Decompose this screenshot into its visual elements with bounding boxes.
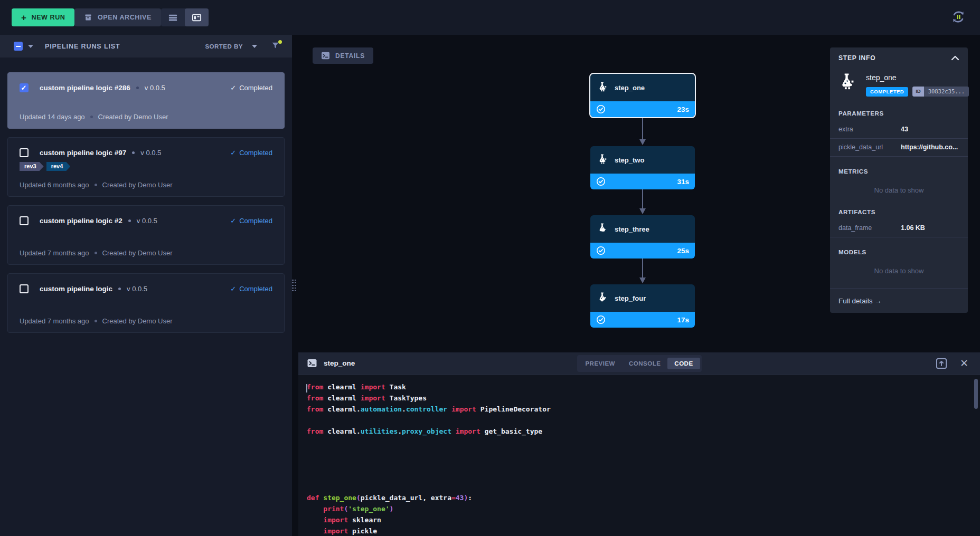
dag-node-step_three[interactable]: step_three25s [590,215,695,259]
close-icon[interactable]: ✕ [960,358,968,368]
node-duration: 23s [677,106,689,113]
tab-preview[interactable]: PREVIEW [578,358,622,369]
parameters-section-label: PARAMETERS [830,99,968,121]
run-tag: rev3 [20,162,44,171]
view-toggle-group [161,8,209,26]
artifact-row: data_frame 1.06 KB [830,219,968,237]
runs-list: custom pipeline logic #286v 0.0.5✓Comple… [0,58,292,333]
run-checkbox[interactable] [20,83,29,92]
check-icon: ✓ [230,285,236,293]
step-info-title: STEP INFO [838,54,951,62]
param-key: extra [838,126,901,133]
chevron-up-icon[interactable] [951,55,959,61]
parameter-row: pickle_data_url https://github.co... [830,139,968,157]
tab-code[interactable]: CODE [667,358,700,369]
dot-separator [128,219,131,222]
run-title: custom pipeline logic #97 [40,149,126,157]
run-version: v 0.0.5 [140,149,161,157]
run-version: v 0.0.5 [127,285,147,293]
node-duration: 31s [677,178,689,186]
chevron-down-icon [252,45,257,48]
metrics-section-label: METRICS [830,157,968,179]
code-scrollbar[interactable] [974,379,978,409]
artifact-value: 1.06 KB [901,224,925,232]
completed-check-circle-icon [596,177,606,186]
dag-node-step_four[interactable]: step_four17s [590,284,695,328]
node-duration: 17s [677,316,689,324]
param-value: 43 [901,126,908,133]
pipeline-run-card[interactable]: custom pipeline logic #286v 0.0.5✓Comple… [7,72,285,129]
code-line: import pickle [307,527,980,536]
terminal-icon [321,52,330,60]
completed-check-circle-icon [596,246,606,255]
id-value: 30832c35... [924,87,969,97]
details-button[interactable]: DETAILS [313,47,373,64]
run-checkbox[interactable] [20,148,29,157]
terminal-icon [307,359,317,368]
auto-refresh-toggle[interactable] [948,7,968,27]
filter-button[interactable] [271,41,281,52]
clearml-pipeline-app: + NEW RUN OPEN ARCHIVE [0,0,980,536]
new-run-button[interactable]: + NEW RUN [12,8,74,26]
dot-separator [136,87,139,89]
code-line [307,461,980,472]
sorted-by-dropdown[interactable]: SORTED BY [205,43,257,50]
node-name: step_two [615,156,644,164]
run-status: ✓Completed [230,217,272,225]
dag-node-step_two[interactable]: step_two31s [590,146,695,189]
open-archive-button[interactable]: OPEN ARCHIVE [74,8,161,26]
run-title: custom pipeline logic #2 [40,217,123,225]
run-checkbox[interactable] [20,284,29,293]
pipeline-run-card[interactable]: custom pipeline logic #97v 0.0.5✓Complet… [7,137,285,197]
detail-view-button[interactable] [185,8,209,26]
tab-console[interactable]: CONSOLE [622,358,667,369]
run-meta: Updated 6 months agoCreated by Demo User [20,181,272,189]
step-name: step_one [866,73,969,82]
run-title: custom pipeline logic [40,285,112,293]
run-meta: Updated 7 months agoCreated by Demo User [20,249,272,257]
run-meta: Updated 7 months agoCreated by Demo User [20,317,272,325]
node-name: step_four [615,294,646,302]
models-empty-text: No data to show [830,260,968,278]
param-key: pickle_data_url [838,143,901,151]
code-line: from clearml.utilities.proxy_object impo… [307,427,980,438]
runs-panel-header: PIPELINE RUNS LIST SORTED BY [0,35,292,58]
select-all-checkbox[interactable] [14,42,23,51]
dag-node-step_one[interactable]: step_one23s [590,74,695,117]
detail-view-icon [192,13,202,23]
run-tags: rev3rev4 [20,162,272,171]
panel-resize-handle[interactable] [291,276,297,294]
code-viewer[interactable]: from clearml import Taskfrom clearml imp… [298,375,980,536]
run-checkbox[interactable] [20,216,29,225]
code-line: from clearml.automation.controller impor… [307,405,980,416]
expand-icon [936,358,947,369]
id-label: ID [912,87,924,97]
parameter-row: extra 43 [830,121,968,139]
flask-step-icon [837,72,859,97]
sorted-by-label: SORTED BY [205,43,243,50]
top-toolbar: + NEW RUN OPEN ARCHIVE [0,0,980,35]
table-view-button[interactable] [161,8,185,26]
flask-dots-icon [597,154,609,166]
run-status: ✓Completed [230,84,272,92]
full-details-link[interactable]: Full details → [830,289,968,313]
run-status: ✓Completed [230,149,272,157]
completed-check-circle-icon [596,104,606,114]
pipeline-run-card[interactable]: custom pipeline logic #2v 0.0.5✓Complete… [7,205,285,265]
step-detail-title: step_one [324,359,355,367]
step-info-header: STEP INFO [830,47,968,67]
code-line [307,438,980,449]
task-id-pill[interactable]: ID 30832c35... [912,87,969,97]
step-summary: step_one COMPLETED ID 30832c35... [830,67,968,99]
node-name: step_three [615,225,649,233]
open-archive-label: OPEN ARCHIVE [98,14,152,21]
run-meta: Updated 14 days agoCreated by Demo User [20,113,272,121]
pipeline-run-card[interactable]: custom pipeline logicv 0.0.5✓CompletedUp… [7,273,285,333]
code-line [307,449,980,461]
new-run-label: NEW RUN [32,14,65,21]
selection-dropdown-caret-icon[interactable] [28,45,33,48]
step-info-panel: STEP INFO step_one COMPLETED ID 30832c35… [830,47,968,313]
check-icon: ✓ [230,217,236,225]
dag-edge [642,118,643,140]
expand-panel-button[interactable] [936,358,947,369]
